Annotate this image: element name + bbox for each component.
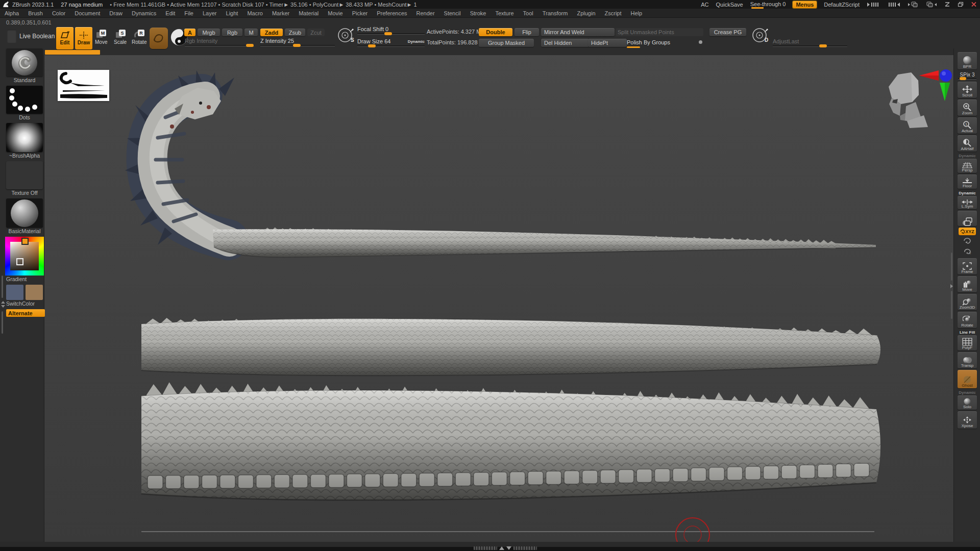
floor-button[interactable]: Floor — [958, 174, 977, 189]
menu-light[interactable]: Light — [222, 10, 243, 16]
ac-button[interactable]: AC — [701, 2, 708, 8]
switch-color-item[interactable]: SwitchColor — [6, 285, 43, 308]
rotate-mode-button[interactable]: R Rotate — [132, 29, 146, 45]
restore-button[interactable] — [958, 2, 964, 7]
tray-divider-handle[interactable] — [45, 50, 100, 55]
panel-right-icon[interactable] — [926, 1, 937, 8]
dots-stroke-thumbnail[interactable] — [6, 86, 43, 114]
panel-left-icon[interactable] — [908, 1, 919, 8]
lsym-button[interactable]: L.Sym — [958, 196, 977, 209]
camera-lock-button[interactable] — [958, 211, 977, 226]
smooth-alt-brush-icon[interactable]: S — [337, 27, 355, 46]
rotate-z-icon[interactable]: 2 — [963, 247, 972, 257]
zsub-button[interactable]: Zsub — [285, 29, 305, 36]
hidept-button[interactable]: HidePt — [588, 39, 627, 47]
zoom3d-button[interactable]: Zoom3D — [958, 294, 977, 310]
menu-alpha[interactable]: Alpha — [0, 10, 23, 16]
menu-document[interactable]: Document — [70, 10, 105, 16]
zscript-button[interactable]: DefaultZScript — [824, 2, 860, 8]
dock-right-icon[interactable] — [887, 2, 900, 8]
mrgb-button[interactable]: Mrgb — [198, 29, 220, 36]
xpose-button[interactable]: Xpose — [958, 411, 977, 429]
menu-color[interactable]: Color — [47, 10, 70, 16]
actual-button[interactable]: 1 Actual — [958, 117, 977, 134]
double-button[interactable]: Double — [479, 28, 512, 36]
menu-dynamics[interactable]: Dynamics — [127, 10, 161, 16]
menu-transform[interactable]: Transform — [538, 10, 573, 16]
menu-tool[interactable]: Tool — [519, 10, 538, 16]
mirror-and-weld-button[interactable]: Mirror And Weld — [541, 28, 615, 36]
zcut-button[interactable]: Zcut — [307, 29, 325, 36]
tray-scroll-down-icon[interactable] — [1, 305, 5, 308]
standard-brush-item[interactable]: Standard — [6, 48, 43, 84]
brush-alpha-item[interactable]: ~BrushAlpha — [6, 123, 43, 160]
spix-slider[interactable]: SPix 3 — [957, 72, 977, 80]
dock-left-icon[interactable] — [867, 2, 880, 8]
menu-macro[interactable]: Macro — [242, 10, 267, 16]
bottom-tray-handle[interactable] — [474, 546, 537, 550]
edit-button[interactable]: Edit — [56, 27, 74, 49]
menus-button[interactable]: Menus — [793, 1, 817, 8]
menu-marker[interactable]: Marker — [267, 10, 294, 16]
hue-ring[interactable] — [5, 237, 44, 276]
menu-movie[interactable]: Movie — [323, 10, 347, 16]
hue-cursor[interactable] — [21, 238, 29, 245]
a-toggle-button[interactable]: A — [184, 29, 195, 36]
menu-picker[interactable]: Picker — [348, 10, 373, 16]
menu-preferences[interactable]: Preferences — [372, 10, 411, 16]
menu-material[interactable]: Material — [294, 10, 323, 16]
left-tray-scroll-indicator[interactable] — [1, 276, 6, 337]
menu-texture[interactable]: Texture — [491, 10, 518, 16]
solo-button[interactable]: Solo — [958, 395, 977, 410]
brush-alpha-thumbnail[interactable] — [6, 123, 43, 152]
close-button[interactable] — [971, 2, 977, 7]
menu-stencil[interactable]: Stencil — [439, 10, 465, 16]
adjust-last-brush-icon[interactable]: D — [751, 27, 770, 46]
group-masked-button[interactable]: Group Masked — [479, 39, 534, 47]
menu-file[interactable]: File — [180, 10, 198, 16]
tray-open-down-icon[interactable] — [506, 546, 511, 550]
saturation-square[interactable] — [10, 242, 39, 270]
frame-button[interactable]: Frame — [958, 258, 977, 274]
menu-draw[interactable]: Draw — [105, 10, 127, 16]
polish-by-groups-button[interactable]: Polish By Groups — [627, 39, 703, 48]
basic-material-thumbnail[interactable] — [6, 198, 43, 228]
standard-brush-thumbnail[interactable] — [6, 48, 43, 77]
stroke-picker-button[interactable] — [150, 28, 168, 49]
quicksave-button[interactable]: QuickSave — [716, 2, 743, 8]
draw-size-slider[interactable]: Draw Size 64 Dynamic — [357, 38, 425, 47]
m-button[interactable]: M — [244, 29, 258, 36]
ghost-button[interactable]: Ghost — [958, 370, 977, 388]
draw-mode-button[interactable]: Draw — [75, 27, 92, 49]
crease-pg-button[interactable]: Crease PG — [709, 28, 746, 36]
menu-edit[interactable]: Edit — [161, 10, 180, 16]
sv-cursor[interactable] — [16, 258, 23, 265]
texture-off-thumbnail[interactable] — [6, 161, 43, 189]
split-unmasked-points-button[interactable]: Split Unmasked Points — [616, 28, 703, 36]
menu-help[interactable]: Help — [626, 10, 647, 16]
polyf-button[interactable]: PolyF — [958, 335, 977, 350]
menu-stroke[interactable]: Stroke — [465, 10, 491, 16]
adjust-last-slider[interactable]: AdjustLast — [773, 38, 847, 47]
xyz-rotation-button[interactable]: XYZ — [959, 228, 976, 235]
main-color-swatch[interactable] — [6, 285, 23, 300]
menu-layer[interactable]: Layer — [198, 10, 222, 16]
rotate-y-icon[interactable] — [963, 237, 972, 246]
menu-zplugin[interactable]: Zplugin — [572, 10, 600, 16]
alternate-button[interactable]: Alternate — [6, 309, 45, 317]
z-intensity-slider[interactable]: Z Intensity 25 — [260, 38, 335, 46]
rgb-intensity-slider[interactable]: Rgb Intensity — [185, 38, 254, 46]
menu-render[interactable]: Render — [412, 10, 439, 16]
basic-material-item[interactable]: BasicMaterial — [6, 198, 43, 235]
menu-zscript[interactable]: Zscript — [600, 10, 626, 16]
aahalf-button[interactable]: AAHalf — [958, 135, 977, 152]
tray-open-up-icon[interactable] — [499, 546, 504, 550]
flip-button[interactable]: Flip — [514, 28, 539, 36]
persp-button[interactable]: Persp — [958, 159, 977, 173]
del-hidden-button[interactable]: Del Hidden — [541, 39, 589, 47]
bpr-button[interactable]: BPR — [958, 52, 977, 69]
scroll-button[interactable]: Scroll — [958, 82, 977, 98]
tray-handle-stripes-right[interactable] — [513, 546, 537, 550]
dynamic-label[interactable]: Dynamic — [408, 39, 425, 45]
focal-shift-slider[interactable]: Focal Shift 0 — [357, 26, 425, 35]
